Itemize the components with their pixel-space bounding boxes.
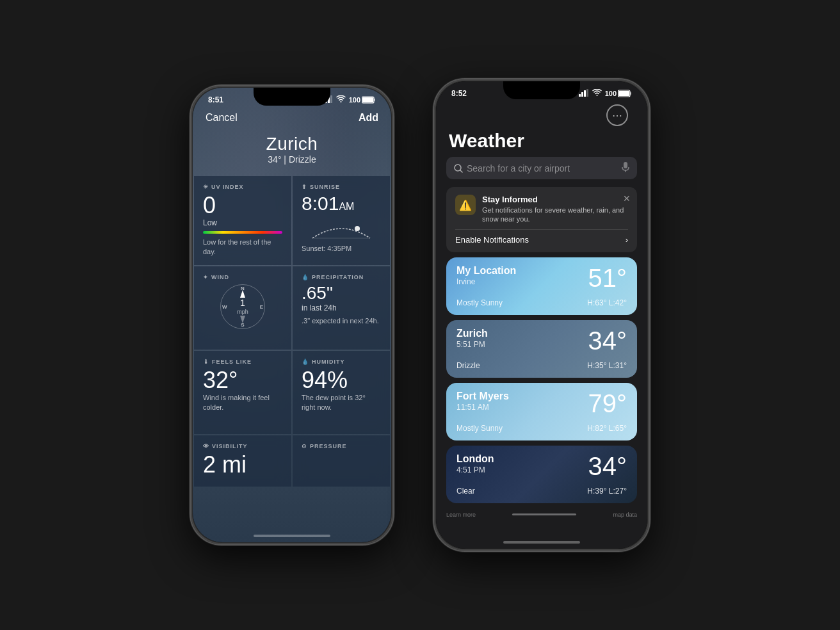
power-button2[interactable] [650, 182, 650, 220]
tile-visibility: 👁 VISIBILITY 2 mi [194, 435, 291, 487]
search-bar[interactable]: Search for a city or airport [446, 157, 637, 179]
svg-rect-11 [584, 90, 586, 97]
tile-pressure-label: ⊙ PRESSURE [302, 443, 381, 449]
card-bottom-london: Clear H:39° L:27° [456, 487, 627, 496]
mute-button[interactable] [190, 163, 190, 175]
phone2-content: 8:52 100 [436, 81, 647, 549]
notch2 [503, 81, 580, 99]
precip-value: .65" [302, 284, 381, 302]
wind-compass: N S E W 1 mph [220, 284, 265, 329]
phone2-status-icons: 100 [579, 89, 632, 98]
card-temp-fort-myers: 79° [588, 391, 627, 416]
volume-down-button2[interactable] [433, 223, 433, 261]
notch [254, 88, 330, 106]
location-card-zurich[interactable]: Zurich 5:51 PM 34° Drizzle H:35° L:31° [446, 320, 637, 378]
add-button[interactable]: Add [359, 112, 378, 124]
card-top-my-location: My Location Irvine 51° [456, 265, 627, 291]
microphone-icon[interactable] [622, 162, 629, 174]
alert-icon: ⚠️ [455, 195, 476, 215]
card-temp-london: 34° [588, 453, 627, 479]
volume-up-button[interactable] [190, 183, 190, 222]
feels-desc: Wind is making it feel colder. [203, 393, 282, 413]
tile-visibility-label: 👁 VISIBILITY [203, 443, 282, 449]
location-card-fort-myers[interactable]: Fort Myers 11:51 AM 79° Mostly Sunny H:8… [446, 383, 637, 440]
compass-s: S [241, 322, 244, 328]
wifi-icon [336, 95, 346, 104]
city-weather: 34° | Drizzle [193, 154, 391, 165]
drop-icon: 💧 [302, 274, 309, 280]
search-placeholder: Search for a city or airport [467, 163, 570, 174]
phones-container: 8:51 100 Cancel Add [190, 78, 650, 552]
volume-down-button[interactable] [190, 229, 190, 268]
home-indicator2[interactable] [503, 541, 580, 544]
location-cards: My Location Irvine 51° Mostly Sunny H:63… [436, 257, 647, 503]
humidity-value: 94% [302, 369, 381, 392]
wind-icon: ✦ [203, 274, 209, 280]
sunset-value: Sunset: 4:35PM [302, 244, 381, 254]
card-hi-lo-fort-myers: H:82° L:65° [587, 424, 627, 433]
compass-n: N [241, 286, 245, 291]
svg-rect-18 [624, 162, 627, 168]
location-card-london[interactable]: London 4:51 PM 34° Clear H:39° L:27° [446, 446, 637, 503]
footer-bar: Learn more map data [436, 508, 647, 521]
enable-notifications-row[interactable]: Enable Notifications › [455, 229, 628, 245]
uv-sub: Low [203, 218, 282, 227]
options-button[interactable]: ⋯ [606, 104, 628, 126]
phone1-city-header: Zurich 34° | Drizzle [193, 129, 391, 175]
precip-sub: in last 24h [302, 303, 381, 312]
compass-w: W [222, 303, 227, 309]
home-indicator[interactable] [254, 535, 330, 537]
card-sub-my-location: Irvine [456, 277, 516, 286]
card-bottom-my-location: Mostly Sunny H:63° L:42° [456, 298, 627, 307]
mute-button2[interactable] [433, 156, 433, 169]
scroll-indicator [512, 513, 576, 515]
battery-icon2: 100 [605, 90, 632, 97]
card-hi-lo-zurich: H:35° L:31° [587, 361, 627, 370]
weather-tiles: ☀ UV INDEX 0 Low Low for the rest of the… [193, 175, 391, 488]
search-icon [454, 164, 463, 173]
location-card-my-location[interactable]: My Location Irvine 51° Mostly Sunny H:63… [446, 257, 637, 315]
sunrise-value: 8:01AM [302, 194, 381, 213]
stay-informed-header: ⚠️ Stay Informed Get notifications for s… [455, 195, 628, 224]
volume-up-button2[interactable] [433, 177, 433, 215]
battery-icon: 100 [349, 96, 376, 104]
card-condition-zurich: Drizzle [456, 361, 480, 370]
card-condition-london: Clear [456, 487, 475, 496]
tile-uv-label: ☀ UV INDEX [203, 184, 282, 190]
wifi-icon2 [592, 89, 602, 98]
compass-e: E [260, 303, 263, 309]
svg-line-17 [460, 170, 462, 172]
precip-desc: .3" expected in next 24h. [302, 316, 381, 326]
tile-pressure: ⊙ PRESSURE [293, 435, 390, 487]
svg-rect-9 [579, 94, 581, 97]
stay-informed-desc: Get notifications for severe weather, ra… [482, 206, 628, 224]
svg-rect-3 [330, 95, 332, 103]
enable-notifications-label: Enable Notifications [455, 235, 529, 245]
weather-app-title: Weather [436, 127, 647, 157]
card-city-fort-myers: Fort Myers [456, 391, 509, 402]
power-button[interactable] [394, 188, 394, 227]
card-city-zurich: Zurich [456, 328, 488, 339]
close-banner-button[interactable]: ✕ [623, 193, 631, 204]
signal-icon2 [579, 89, 589, 98]
card-condition-fort-myers: Mostly Sunny [456, 424, 503, 433]
chevron-right-icon: › [626, 235, 628, 245]
humidity-desc: The dew point is 32° right now. [302, 393, 381, 413]
tile-humidity: 💧 HUMIDITY 94% The dew point is 32° righ… [293, 351, 390, 434]
tile-feels-label: 🌡 FEELS LIKE [203, 359, 282, 365]
cancel-button[interactable]: Cancel [206, 112, 238, 124]
tile-wind-label: ✦ WIND [203, 274, 282, 280]
uv-bar [203, 231, 282, 234]
sun-icon: ☀ [203, 184, 209, 190]
svg-rect-10 [581, 92, 583, 97]
phone1: 8:51 100 Cancel Add [190, 85, 394, 545]
card-condition-my-location: Mostly Sunny [456, 298, 503, 307]
eye-icon: 👁 [203, 443, 209, 449]
card-hi-lo-my-location: H:63° L:42° [587, 298, 627, 307]
feels-value: 32° [203, 369, 282, 392]
city-name: Zurich [193, 134, 391, 154]
tile-sunrise: ⬆ SUNRISE 8:01AM Sunset: 4:35PM [293, 176, 390, 265]
phone1-status-icons: 100 [323, 95, 376, 104]
card-city-my-location: My Location [456, 265, 516, 277]
tile-sunrise-label: ⬆ SUNRISE [302, 184, 381, 190]
